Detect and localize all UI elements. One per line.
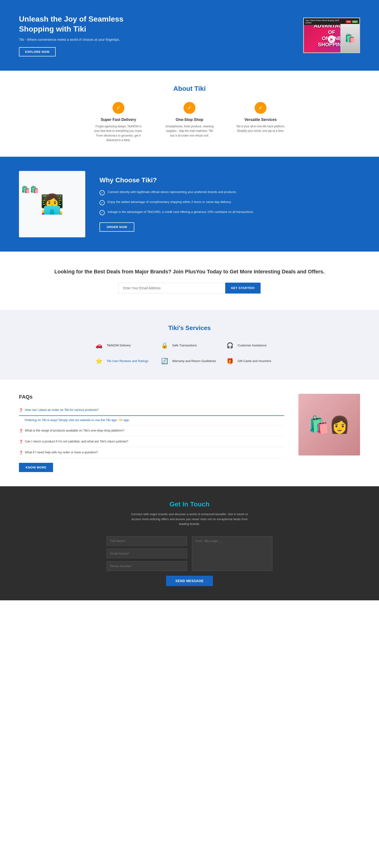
shopping-bags-decoration: 🛍️🛍️: [21, 185, 39, 193]
hero-text-block: Unleash the Joy of Seamless Shopping wit…: [19, 14, 126, 56]
explore-button[interactable]: EXPLORE NOW: [19, 47, 56, 56]
why-item-2-text: Enjoy the added advantage of complimenta…: [108, 199, 232, 205]
onestop-check-icon: ✓: [183, 102, 196, 114]
service-tikinow: 🚗 TikiNOW Delivery: [95, 341, 153, 350]
faq-question-3: Can I return a product if I'm not satisf…: [25, 440, 128, 443]
faq-question-4: What if I need help with my order or hav…: [25, 451, 98, 454]
about-section: About Tiki ✓ Super Fast Delivery Forget …: [0, 71, 379, 157]
contact-form: [107, 536, 272, 571]
email-address-input[interactable]: [107, 549, 187, 558]
versatile-check-icon: ✓: [255, 102, 267, 114]
contact-section: Get In Touch Connect with major brands a…: [0, 486, 379, 600]
contact-title: Get In Touch: [19, 500, 360, 508]
feature-delivery-desc: Forget agonizing delays, TikiNOW is your…: [92, 124, 144, 143]
faq-icon-4: ❓: [19, 451, 23, 455]
service-reviews: ⭐ Tiki User Reviews and Ratings: [95, 357, 153, 365]
faq-item-4[interactable]: ❓ What if I need help with my order or h…: [19, 447, 284, 458]
why-check-icon-3: ✓: [100, 210, 105, 215]
video-thumbnail: Top 3 Best Parts About Buying Stuff Onli…: [304, 18, 359, 53]
why-choose-content: Why Choose Tiki? ✓ Connect directly with…: [100, 177, 360, 231]
newsletter-form: GET STARTED!: [118, 283, 261, 293]
feature-versatile-desc: Tiki is your all-in-one life hack platfo…: [235, 124, 287, 133]
gift-cards-label: Gift Cards and Vouchers: [238, 359, 271, 363]
hero-section: Unleash the Joy of Seamless Shopping wit…: [0, 0, 379, 71]
why-choose-image: 👩‍💻 🛍️🛍️: [19, 171, 85, 237]
about-features-list: ✓ Super Fast Delivery Forget agonizing d…: [19, 102, 360, 143]
full-name-input[interactable]: [107, 536, 187, 546]
why-choose-title: Why Choose Tiki?: [100, 177, 360, 184]
faq-image: 🛍️👩: [299, 394, 360, 456]
know-more-button[interactable]: KNOW MORE: [19, 463, 53, 472]
feature-onestop-title: One-Stop Shop: [164, 118, 215, 122]
why-item-1: ✓ Connect directly with legitimate offic…: [100, 190, 360, 195]
shopping-woman-figure: 👩‍💻: [19, 171, 85, 237]
why-choose-section: 👩‍💻 🛍️🛍️ Why Choose Tiki? ✓ Connect dire…: [0, 157, 379, 252]
contact-left-column: [107, 536, 187, 571]
faq-question-1: How can I place an order on Tiki for var…: [25, 408, 99, 412]
faq-woman-figure: 🛍️👩: [299, 394, 360, 456]
video-title-text: Top 3 Best Parts About Buying Stuff Onli…: [305, 19, 345, 24]
send-message-button[interactable]: SEND MESSAGE: [166, 576, 213, 586]
get-started-button[interactable]: GET STARTED!: [225, 283, 261, 293]
faq-item-1[interactable]: ❓ How can I place an order on Tiki for v…: [19, 405, 284, 416]
reviews-icon: ⭐: [95, 357, 103, 365]
why-item-3-text: Indulge in the advantages of TikiCARD, a…: [108, 210, 254, 215]
faq-title: FAQs: [19, 394, 284, 400]
feature-versatile-title: Versatile Services: [235, 118, 287, 122]
reviews-label: Tiki User Reviews and Ratings: [107, 359, 148, 363]
email-input[interactable]: [118, 283, 225, 293]
service-customer-assistance: 🎧 Customer Assistance: [226, 341, 284, 350]
safe-transactions-icon: 🔒: [160, 341, 169, 350]
delivery-check-icon: ✓: [112, 102, 124, 114]
feature-delivery-title: Super Fast Delivery: [92, 118, 144, 122]
order-now-button[interactable]: ORDER NOW: [100, 222, 134, 231]
contact-subtitle: Connect with major brands and discover a…: [130, 512, 249, 527]
why-item-2: ✓ Enjoy the added advantage of complimen…: [100, 199, 360, 205]
now-badge: Now: [352, 21, 358, 23]
newsletter-section: Looking for the Best Deals from Major Br…: [0, 252, 379, 310]
feature-onestop-desc: Smartphones, fresh produce, cleaning sup…: [164, 124, 215, 138]
services-grid: 🚗 TikiNOW Delivery 🔒 Safe Transactions 🎧…: [95, 341, 284, 365]
hero-video-player[interactable]: Top 3 Best Parts About Buying Stuff Onli…: [303, 18, 360, 53]
faq-question-2: What is the range of products available …: [25, 429, 124, 432]
faq-item-2[interactable]: ❓ What is the range of products availabl…: [19, 425, 284, 436]
services-title: Tiki's Services: [19, 324, 360, 332]
why-item-1-text: Connect directly with legitimate officia…: [108, 190, 237, 195]
faq-icon-2: ❓: [19, 429, 23, 433]
video-woman-figure: 🛍️: [340, 24, 359, 53]
hero-title: Unleash the Joy of Seamless Shopping wit…: [19, 14, 126, 34]
message-textarea[interactable]: [192, 536, 272, 571]
safe-transactions-label: Safe Transactions: [172, 344, 197, 347]
faq-item-3[interactable]: ❓ Can I return a product if I'm not sati…: [19, 436, 284, 447]
feature-versatile: ✓ Versatile Services Tiki is your all-in…: [235, 102, 287, 143]
why-check-icon-1: ✓: [100, 190, 105, 195]
service-gift-cards: 🎁 Gift Cards and Vouchers: [226, 357, 284, 365]
tikinow-icon: 🚗: [95, 341, 103, 350]
service-warranty: 🔄 Warranty and Return Guidelines: [160, 357, 219, 365]
contact-right-column: [192, 536, 272, 571]
services-section: Tiki's Services 🚗 TikiNOW Delivery 🔒 Saf…: [0, 310, 379, 380]
why-item-3: ✓ Indulge in the advantages of TikiCARD,…: [100, 210, 360, 215]
about-title: About Tiki: [19, 85, 360, 92]
faq-answer-1: Ordering on Tiki is easy! Simply visit o…: [19, 416, 284, 425]
faq-icon-1: ❓: [19, 408, 23, 412]
tiki-badge: Tiki: [346, 21, 351, 23]
faq-section: FAQs ❓ How can I place an order on Tiki …: [0, 380, 379, 486]
faq-icon-3: ❓: [19, 440, 23, 443]
hero-subtitle: Tiki - Where convenience meets a world o…: [19, 38, 126, 41]
gift-cards-icon: 🎁: [226, 357, 234, 365]
customer-assistance-icon: 🎧: [226, 341, 234, 350]
warranty-label: Warranty and Return Guidelines: [172, 359, 216, 363]
faq-content: FAQs ❓ How can I place an order on Tiki …: [19, 394, 284, 472]
why-check-icon-2: ✓: [100, 200, 105, 205]
feature-onestop: ✓ One-Stop Shop Smartphones, fresh produ…: [164, 102, 215, 143]
newsletter-title: Looking for the Best Deals from Major Br…: [19, 268, 360, 276]
warranty-icon: 🔄: [160, 357, 169, 365]
tikinow-label: TikiNOW Delivery: [107, 344, 131, 347]
service-safe-transactions: 🔒 Safe Transactions: [160, 341, 219, 350]
customer-assistance-label: Customer Assistance: [238, 344, 267, 347]
feature-delivery: ✓ Super Fast Delivery Forget agonizing d…: [92, 102, 144, 143]
phone-number-input[interactable]: [107, 561, 187, 571]
play-button[interactable]: ▶: [328, 35, 336, 43]
